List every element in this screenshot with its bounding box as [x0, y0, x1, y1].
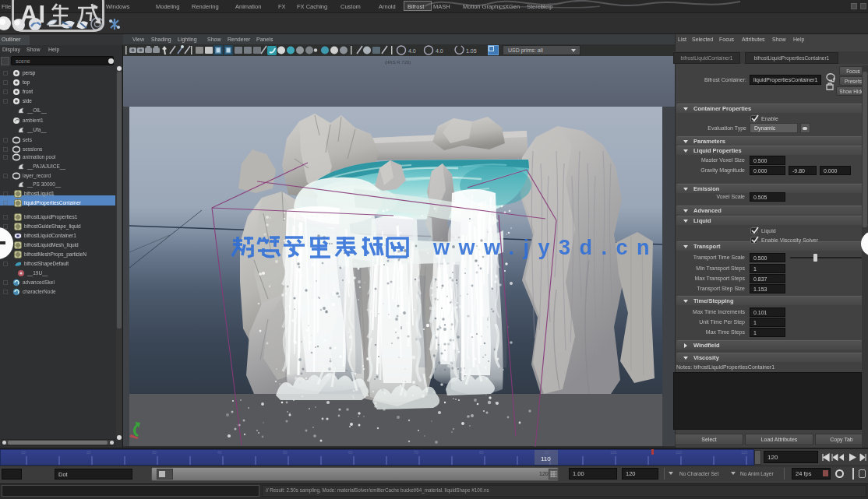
svg-text:4.0: 4.0	[436, 48, 443, 54]
svg-text:4.0: 4.0	[408, 48, 416, 54]
svg-text:(IRIS R 720): (IRIS R 720)	[385, 60, 411, 65]
svg-text:1.05: 1.05	[466, 48, 477, 54]
